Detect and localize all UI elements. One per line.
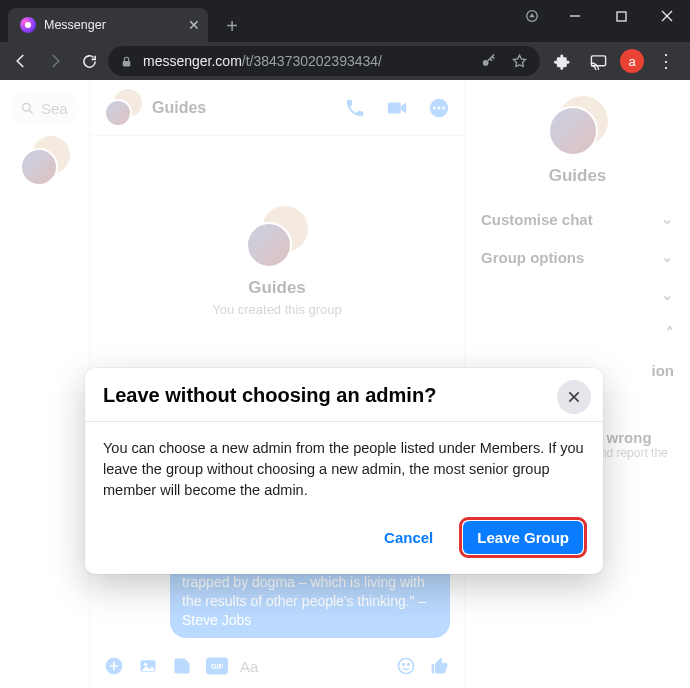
forward-button[interactable] <box>40 46 70 76</box>
window-maximize-button[interactable] <box>598 0 644 32</box>
browser-toolbar: messenger.com/t/3843730202393434/ a ⋮ <box>0 42 690 80</box>
window-minimize-button[interactable] <box>552 0 598 32</box>
window-close-button[interactable] <box>644 0 690 32</box>
profile-letter: a <box>628 54 635 69</box>
dialog-body: You can choose a new admin from the peop… <box>85 422 603 505</box>
cast-icon[interactable] <box>584 47 612 75</box>
svg-rect-2 <box>617 12 626 21</box>
password-key-icon[interactable] <box>480 53 497 70</box>
leave-group-dialog: Leave without choosing an admin? You can… <box>85 368 603 574</box>
dialog-title: Leave without choosing an admin? <box>103 384 547 407</box>
close-icon <box>566 389 582 405</box>
cancel-button[interactable]: Cancel <box>372 521 445 554</box>
dialog-close-button[interactable] <box>557 380 591 414</box>
browser-titlebar: Messenger ✕ + <box>0 0 690 42</box>
tab-title: Messenger <box>44 18 106 32</box>
new-tab-button[interactable]: + <box>218 12 246 40</box>
bookmark-star-icon[interactable] <box>511 53 528 70</box>
svg-rect-7 <box>591 55 605 65</box>
profile-avatar[interactable]: a <box>620 49 644 73</box>
url-domain: messenger.com <box>143 53 242 69</box>
extensions-icon[interactable] <box>548 47 576 75</box>
tab-search-icon[interactable] <box>518 2 546 30</box>
browser-menu-icon[interactable]: ⋮ <box>652 47 680 75</box>
svg-rect-5 <box>123 60 131 65</box>
tab-close-icon[interactable]: ✕ <box>188 17 200 33</box>
svg-point-6 <box>483 60 489 66</box>
reload-button[interactable] <box>74 46 104 76</box>
messenger-favicon <box>20 17 36 33</box>
highlight-annotation: Leave Group <box>459 517 587 558</box>
browser-tab[interactable]: Messenger ✕ <box>8 8 208 42</box>
leave-group-button[interactable]: Leave Group <box>463 521 583 554</box>
lock-icon <box>120 55 133 68</box>
url-path: /t/3843730202393434/ <box>242 53 382 69</box>
address-bar[interactable]: messenger.com/t/3843730202393434/ <box>108 46 540 76</box>
back-button[interactable] <box>6 46 36 76</box>
